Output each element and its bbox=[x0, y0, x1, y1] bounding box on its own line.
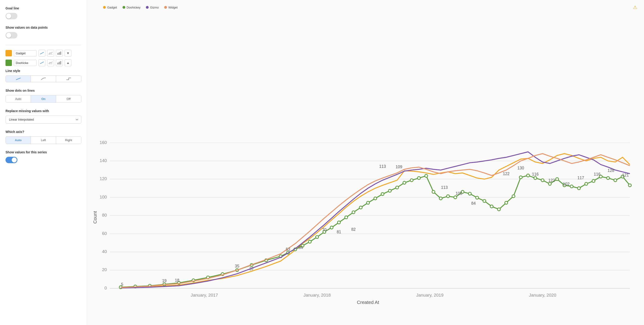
svg-text:105: 105 bbox=[456, 191, 462, 196]
svg-text:122: 122 bbox=[548, 178, 555, 183]
svg-point-64 bbox=[418, 176, 420, 179]
svg-point-74 bbox=[490, 205, 493, 208]
svg-text:113: 113 bbox=[379, 164, 386, 169]
svg-point-55 bbox=[352, 211, 355, 214]
doohickey-area-icon[interactable] bbox=[47, 59, 54, 66]
line-style-group bbox=[6, 75, 81, 82]
doohickey-line-icon[interactable] bbox=[38, 59, 45, 66]
doohickey-collapse-icon[interactable]: ▲ bbox=[64, 59, 72, 66]
gadget-color-box[interactable] bbox=[6, 50, 12, 56]
axis-left[interactable]: Left bbox=[31, 137, 56, 144]
svg-text:84: 84 bbox=[471, 201, 476, 206]
svg-point-85 bbox=[570, 185, 573, 188]
svg-text:Created At: Created At bbox=[357, 299, 379, 305]
gadget-name-input[interactable] bbox=[14, 50, 37, 56]
svg-point-61 bbox=[396, 186, 399, 189]
svg-text:121: 121 bbox=[622, 173, 629, 177]
svg-point-87 bbox=[585, 182, 588, 185]
show-dots-auto[interactable]: Auto bbox=[6, 95, 31, 102]
svg-text:37: 37 bbox=[250, 266, 254, 271]
doohickey-name-input[interactable] bbox=[14, 60, 37, 66]
replace-missing-select[interactable]: Linear Interpolated Zero None bbox=[6, 116, 81, 124]
svg-point-65 bbox=[425, 174, 428, 177]
show-values-series-toggle[interactable] bbox=[6, 157, 18, 163]
legend-label-gizmo: Gizmo bbox=[150, 6, 159, 9]
svg-point-80 bbox=[534, 176, 537, 179]
svg-text:60: 60 bbox=[102, 231, 107, 236]
svg-text:80: 80 bbox=[102, 213, 107, 217]
show-values-section: Show values on data points bbox=[6, 26, 81, 39]
show-values-series-label: Show values for this series bbox=[6, 150, 81, 154]
svg-text:120: 120 bbox=[100, 176, 107, 181]
svg-text:January, 2018: January, 2018 bbox=[304, 293, 331, 298]
svg-text:Count: Count bbox=[92, 211, 98, 224]
svg-point-83 bbox=[556, 178, 558, 181]
svg-point-58 bbox=[374, 197, 377, 200]
svg-point-71 bbox=[468, 192, 471, 195]
line-style-straight[interactable] bbox=[6, 76, 31, 82]
svg-point-69 bbox=[454, 196, 457, 199]
line-style-section: Line style bbox=[6, 69, 81, 82]
y-axis: 0 20 40 60 80 100 120 140 160 Count bbox=[92, 140, 630, 290]
gadget-line-icon[interactable] bbox=[38, 50, 45, 57]
show-dots-off[interactable]: Off bbox=[56, 95, 81, 102]
svg-point-63 bbox=[410, 179, 413, 182]
replace-missing-label: Replace missing values with bbox=[6, 109, 81, 113]
svg-point-79 bbox=[526, 174, 530, 177]
chart-legend: Gadget Doohickey Gizmo Widget ⚠ bbox=[103, 5, 637, 10]
gadget-series-row: ▼ bbox=[6, 50, 81, 57]
svg-point-62 bbox=[403, 181, 406, 184]
line-style-step[interactable] bbox=[56, 76, 81, 82]
warning-icon: ⚠ bbox=[633, 5, 637, 10]
svg-text:82: 82 bbox=[351, 227, 356, 232]
legend-label-doohickey: Doohickey bbox=[127, 6, 140, 9]
doohickey-color-box[interactable] bbox=[6, 60, 12, 66]
show-values-toggle[interactable] bbox=[6, 32, 18, 39]
show-values-label: Show values on data points bbox=[6, 26, 81, 29]
legend-gadget: Gadget bbox=[103, 6, 117, 9]
svg-point-86 bbox=[578, 187, 580, 190]
svg-point-75 bbox=[498, 208, 500, 211]
svg-point-52 bbox=[330, 226, 333, 229]
show-dots-on[interactable]: On bbox=[31, 95, 56, 102]
svg-point-56 bbox=[359, 206, 362, 209]
svg-point-91 bbox=[614, 179, 617, 182]
show-values-series-section: Show values for this series bbox=[6, 150, 81, 163]
svg-point-67 bbox=[439, 197, 442, 200]
svg-text:116: 116 bbox=[594, 172, 600, 176]
svg-point-88 bbox=[592, 179, 595, 182]
svg-line-8 bbox=[16, 78, 20, 80]
legend-doohickey: Doohickey bbox=[122, 6, 140, 9]
gadget-bar-icon[interactable] bbox=[56, 50, 63, 57]
svg-text:160: 160 bbox=[100, 140, 107, 145]
gadget-area-icon[interactable] bbox=[47, 50, 54, 57]
axis-auto[interactable]: Auto bbox=[6, 137, 31, 144]
chart-svg: 0 20 40 60 80 100 120 140 160 Count bbox=[92, 12, 637, 320]
svg-text:100: 100 bbox=[100, 195, 107, 199]
legend-label-gadget: Gadget bbox=[107, 6, 117, 9]
svg-text:122: 122 bbox=[503, 171, 510, 176]
legend-dot-widget bbox=[164, 6, 167, 9]
svg-point-50 bbox=[316, 236, 318, 239]
svg-text:70: 70 bbox=[322, 228, 327, 232]
doohickey-bar-icon[interactable] bbox=[56, 59, 63, 66]
axis-right[interactable]: Right bbox=[56, 137, 81, 144]
svg-text:January, 2017: January, 2017 bbox=[191, 293, 218, 298]
legend-gizmo: Gizmo bbox=[146, 6, 159, 9]
gadget-expand-icon[interactable]: ▼ bbox=[64, 50, 72, 57]
which-axis-group: Auto Left Right bbox=[6, 136, 81, 144]
show-dots-label: Show dots on lines bbox=[6, 89, 81, 92]
svg-point-68 bbox=[446, 195, 450, 198]
svg-text:January, 2019: January, 2019 bbox=[416, 293, 444, 298]
svg-text:109: 109 bbox=[396, 165, 402, 169]
svg-text:102: 102 bbox=[563, 182, 570, 186]
line-style-curved[interactable] bbox=[31, 76, 56, 82]
goal-line-toggle[interactable] bbox=[6, 13, 18, 19]
svg-text:54: 54 bbox=[298, 245, 303, 250]
svg-text:81: 81 bbox=[337, 230, 341, 234]
goal-line-label: Goal line bbox=[6, 7, 81, 10]
svg-text:117: 117 bbox=[577, 176, 584, 180]
svg-text:130: 130 bbox=[517, 166, 524, 170]
x-axis: January, 2017 January, 2018 January, 201… bbox=[110, 288, 630, 305]
gizmo-line bbox=[121, 152, 630, 288]
